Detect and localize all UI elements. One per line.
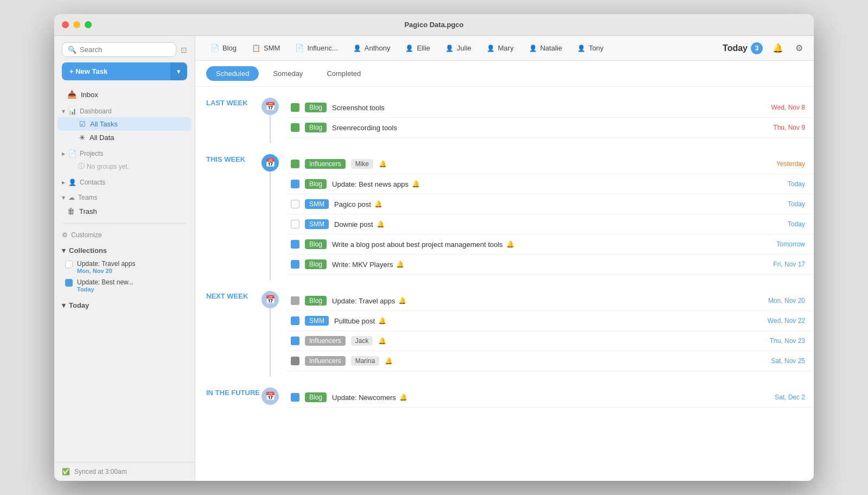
minimize-button[interactable]	[73, 21, 80, 28]
table-row[interactable]: Blog Update: Best news apps 🔔 Today	[286, 174, 814, 194]
sidebar-item-all-data[interactable]: ✳ All Data	[58, 131, 192, 144]
contacts-icon: 👤	[68, 179, 76, 186]
person-icon: 👤	[577, 45, 585, 52]
sidebar-section-dashboard[interactable]: ▾ 📊 Dashboard	[54, 104, 195, 117]
collection-checkbox[interactable]	[65, 261, 73, 268]
subtab-completed[interactable]: Completed	[317, 66, 371, 81]
week-tasks-next: Blog Update: Travel apps 🔔 Mon, Nov 20 S…	[280, 291, 814, 377]
tabs-right: Today 3 🔔 ⚙	[723, 41, 805, 55]
subtag: Mike	[351, 159, 373, 169]
week-tasks-this: Influencers Mike 🔔 Yesterday Blog Update…	[280, 154, 814, 280]
table-row[interactable]: Influencers Mike 🔔 Yesterday	[286, 154, 814, 174]
color-indicator	[291, 337, 299, 345]
doc-icon: 📄	[210, 44, 219, 52]
week-label-this: THIS WEEK	[206, 154, 260, 280]
task-date: Fri, Nov 17	[773, 261, 805, 268]
subtabs: Scheduled Someday Completed	[195, 61, 814, 87]
task-name: Sreenrecording tools	[332, 124, 768, 132]
bell-icon: 🔔	[398, 297, 406, 304]
bell-icon: 🔔	[379, 160, 387, 168]
collection-checkbox[interactable]	[65, 279, 73, 287]
tab-julie[interactable]: 👤 Julie	[439, 41, 478, 55]
color-indicator	[291, 296, 299, 305]
tab-natalie[interactable]: 👤 Natalie	[522, 41, 569, 55]
toggle-icon[interactable]: ⊡	[181, 46, 187, 54]
no-groups-text: ⓘ No groups yet.	[54, 160, 195, 173]
sidebar-section-projects[interactable]: ▸ 📄 Projects	[54, 147, 195, 160]
week-section-future: IN THE FUTURE 📅 Blog Update: Newcomers 🔔	[195, 377, 814, 413]
new-task-button[interactable]: + New Task	[62, 62, 170, 80]
list-item[interactable]: Update: Travel apps Mon, Nov 20	[62, 258, 187, 276]
maximize-button[interactable]	[85, 21, 92, 28]
table-row[interactable]: Blog Write a blog post about best projec…	[286, 234, 814, 255]
inbox-icon: 📥	[67, 90, 76, 99]
table-row[interactable]: Blog Write: MKV Players 🔔 Fri, Nov 17	[286, 255, 814, 275]
collections-header[interactable]: ▾ Collections	[62, 246, 187, 255]
color-indicator	[291, 260, 299, 269]
sidebar-item-inbox[interactable]: 📥 Inbox	[58, 87, 192, 102]
sidebar-item-trash[interactable]: 🗑 Trash	[58, 204, 192, 219]
settings-button[interactable]: ⚙	[793, 41, 805, 55]
table-row[interactable]: SMM Pulltube post 🔔 Wed, Nov 22	[286, 311, 814, 331]
table-row[interactable]: Influencers Jack 🔔 Thu, Nov 23	[286, 331, 814, 351]
table-row[interactable]: SMM Pagico post 🔔 Today	[286, 194, 814, 214]
table-row[interactable]: Influencers Marina 🔔 Sat, Nov 25	[286, 351, 814, 371]
trash-icon: 🗑	[67, 207, 75, 215]
tab-anthony[interactable]: 👤 Anthony	[347, 41, 397, 55]
task-tag: Influencers	[305, 356, 346, 366]
sync-status: ✅ Synced at 3:00am	[54, 462, 195, 481]
table-row[interactable]: Blog Update: Newcomers 🔔 Sat, Dec 2	[286, 388, 814, 408]
tab-ellie[interactable]: 👤 Ellie	[399, 41, 437, 55]
bell-icon: 🔔	[396, 261, 404, 268]
gear-icon: ⚙	[62, 231, 68, 239]
new-task-dropdown[interactable]: ▾	[170, 62, 187, 80]
table-row[interactable]: SMM Downie post 🔔 Today	[286, 214, 814, 234]
timeline-last: 📅	[260, 98, 280, 143]
chevron-down-icon: ▾	[62, 107, 65, 115]
task-name: Write a blog post about best project man…	[332, 240, 771, 249]
info-icon: ⓘ	[78, 162, 85, 171]
sidebar-item-all-tasks[interactable]: ☑ All Tasks	[58, 117, 192, 131]
task-date: Mon, Nov 20	[768, 297, 805, 304]
dashboard-icon: 📊	[68, 107, 76, 115]
task-name: Pulltube post 🔔	[334, 317, 762, 325]
color-indicator	[291, 316, 299, 325]
task-checkbox[interactable]	[291, 200, 299, 208]
calendar-icon: 📅	[261, 291, 279, 308]
tab-blog[interactable]: 📄 Blog	[204, 41, 243, 55]
tab-mary[interactable]: 👤 Mary	[480, 41, 520, 55]
subtab-someday[interactable]: Someday	[263, 66, 312, 81]
today-header[interactable]: ▾ Today	[62, 301, 187, 309]
search-input[interactable]	[80, 46, 170, 54]
collection-name: Update: Travel apps	[77, 260, 135, 268]
task-tag: Blog	[305, 103, 327, 112]
tabs-bar: 📄 Blog 📋 SMM 📄 Influenc... 👤 Anthony 👤	[195, 36, 814, 61]
search-box[interactable]: 🔍	[62, 42, 176, 57]
table-row[interactable]: Blog Update: Travel apps 🔔 Mon, Nov 20	[286, 291, 814, 311]
customize-button[interactable]: ⚙ Customize	[54, 228, 195, 242]
chevron-right-icon: ▸	[62, 179, 65, 186]
tab-smm[interactable]: 📋 SMM	[245, 41, 286, 55]
checkbox-icon: ☑	[79, 120, 86, 128]
table-row[interactable]: Blog Sreenrecording tools Thu, Nov 9	[286, 118, 814, 138]
sidebar-section-teams[interactable]: ▾ ☁ Teams	[54, 191, 195, 204]
close-button[interactable]	[62, 21, 69, 28]
tab-influencers[interactable]: 📄 Influenc...	[289, 41, 344, 55]
tab-tony[interactable]: 👤 Tony	[571, 41, 610, 55]
chevron-down-icon: ▾	[62, 246, 66, 255]
projects-icon: 📄	[68, 150, 76, 157]
search-icon: 🔍	[68, 46, 76, 54]
subtab-scheduled[interactable]: Scheduled	[206, 66, 259, 81]
task-checkbox[interactable]	[291, 220, 299, 229]
badge-count: 3	[751, 42, 763, 54]
table-row[interactable]: Blog Screenshot tools Wed, Nov 8	[286, 98, 814, 118]
sidebar-section-contacts[interactable]: ▸ 👤 Contacts	[54, 175, 195, 188]
bell-button[interactable]: 🔔	[770, 41, 786, 55]
list-item[interactable]: Update: Best new... Today	[62, 276, 187, 295]
task-date: Today	[788, 200, 805, 208]
collection-date: Mon, Nov 20	[77, 268, 135, 274]
color-indicator	[291, 160, 299, 168]
today-badge[interactable]: Today 3	[723, 42, 763, 54]
timeline-this: 📅	[260, 154, 280, 280]
task-date: Today	[788, 180, 805, 188]
